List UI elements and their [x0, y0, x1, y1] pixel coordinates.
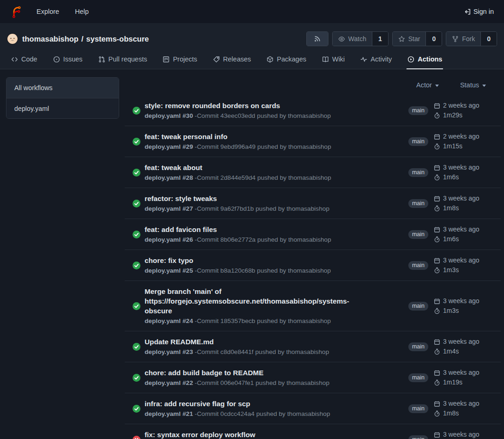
- branch-badge[interactable]: main: [408, 261, 428, 270]
- run-title-link[interactable]: chore: fix typo: [145, 256, 369, 265]
- tag-icon: [213, 56, 220, 63]
- run-title-link[interactable]: style: remove rounded borders on cards: [145, 101, 369, 110]
- rss-button[interactable]: [306, 31, 328, 46]
- stopwatch-icon: [434, 236, 440, 243]
- run-date: 2 weeks ago: [434, 132, 479, 141]
- actor-link[interactable]: thomasabishop: [286, 205, 329, 212]
- actor-link[interactable]: thomasabishop: [288, 236, 331, 243]
- commit-hash-link[interactable]: 2d844e59d4: [220, 174, 255, 181]
- run-subtitle: deploy.yaml #25 -Commit b8a120c68b pushe…: [145, 266, 401, 275]
- forgejo-logo-icon[interactable]: [10, 6, 23, 18]
- run-subtitle: deploy.yaml #26 -Commit 8b06e2772a pushe…: [145, 235, 401, 244]
- run-duration: 1m19s: [434, 378, 479, 387]
- star-button[interactable]: Star 0: [392, 31, 442, 46]
- actor-link[interactable]: thomasabishop: [287, 410, 330, 417]
- run-duration: 1m15s: [434, 142, 479, 151]
- tab-activity[interactable]: Activity: [359, 51, 393, 69]
- sidebar-item-all-workflows[interactable]: All workflows: [6, 78, 119, 98]
- sign-in-icon: [464, 8, 471, 15]
- workflow-run-row: style: remove rounded borders on cards d…: [125, 95, 501, 126]
- tab-code[interactable]: Code: [10, 51, 38, 69]
- play-circle-icon: [407, 56, 414, 63]
- commit-hash-link[interactable]: 0cdcc424a4: [220, 410, 255, 417]
- commit-hash-link[interactable]: c8d0e8441f: [220, 348, 254, 355]
- branch-badge[interactable]: main: [408, 230, 428, 239]
- success-check-icon: [133, 138, 140, 146]
- run-title-link[interactable]: infra: add recursive flag for scp: [145, 399, 369, 409]
- tab-pull-requests[interactable]: Pull requests: [97, 51, 148, 69]
- sign-in-button[interactable]: Sign in: [464, 8, 494, 15]
- branch-badge[interactable]: main: [408, 199, 428, 208]
- actor-link[interactable]: thomasabishop: [286, 348, 329, 355]
- tab-actions[interactable]: Actions: [407, 51, 443, 69]
- run-title-link[interactable]: feat: add favicon files: [145, 225, 369, 234]
- commit-hash-link[interactable]: b8a120c68b: [220, 267, 255, 274]
- actor-filter-dropdown[interactable]: Actor: [416, 81, 439, 89]
- commit-hash-link[interactable]: 43eec03edd: [220, 112, 255, 119]
- tab-wiki[interactable]: Wiki: [321, 51, 346, 69]
- star-count[interactable]: 0: [425, 32, 442, 46]
- avatar[interactable]: [7, 33, 18, 44]
- run-duration: 1m6s: [434, 173, 479, 182]
- actor-link[interactable]: thomasabishop: [288, 143, 331, 150]
- branch-badge[interactable]: main: [408, 404, 428, 413]
- fork-icon: [452, 36, 459, 43]
- repo-action-buttons: Watch 1 Star 0: [306, 31, 497, 46]
- tab-releases[interactable]: Releases: [212, 51, 252, 69]
- branch-badge[interactable]: main: [408, 137, 428, 146]
- calendar-icon: [434, 134, 440, 140]
- nav-explore-link[interactable]: Explore: [36, 8, 59, 15]
- actor-link[interactable]: thomasabishop: [288, 112, 331, 119]
- run-title-link[interactable]: refactor: style tweaks: [145, 194, 369, 203]
- branch-badge[interactable]: main: [408, 373, 428, 382]
- workflow-run-row: feat: tweak about deploy.yaml #28 -Commi…: [125, 157, 501, 188]
- run-date: 2 weeks ago: [434, 101, 479, 110]
- actor-link[interactable]: thomasabishop: [288, 267, 331, 274]
- actor-link[interactable]: thomasabishop: [288, 174, 331, 181]
- branch-badge[interactable]: main: [408, 435, 428, 439]
- calendar-icon: [434, 257, 440, 264]
- tab-issues[interactable]: Issues: [52, 51, 84, 69]
- branch-badge[interactable]: main: [408, 342, 428, 351]
- repo-separator: /: [81, 35, 84, 43]
- status-filter-dropdown[interactable]: Status: [460, 81, 486, 89]
- fork-count[interactable]: 0: [480, 32, 497, 46]
- run-title-link[interactable]: fix: syntax error deploy workflow: [145, 430, 369, 439]
- commit-hash-link[interactable]: 185357becb: [220, 317, 255, 324]
- tab-packages[interactable]: Packages: [266, 51, 307, 69]
- commit-hash-link[interactable]: 8b06e2772a: [220, 236, 255, 243]
- workflows-sidebar: All workflows deploy.yaml: [6, 77, 119, 119]
- tab-projects[interactable]: Projects: [162, 51, 198, 69]
- run-subtitle: deploy.yaml #21 -Commit 0cdcc424a4 pushe…: [145, 409, 401, 418]
- branch-badge[interactable]: main: [408, 168, 428, 177]
- commit-hash-link[interactable]: 9a62f7bd1b: [220, 205, 254, 212]
- actor-link[interactable]: thomasabishop: [288, 317, 331, 324]
- repo-owner-link[interactable]: thomasabishop: [22, 35, 79, 43]
- pull-request-icon: [98, 56, 105, 63]
- calendar-icon: [434, 370, 440, 376]
- run-duration: 1m8s: [434, 204, 479, 213]
- actor-link[interactable]: thomasabishop: [286, 379, 329, 386]
- repo-name-link[interactable]: systems-obscure: [86, 35, 149, 43]
- repo-breadcrumb: thomasabishop/systems-obscure: [22, 35, 149, 43]
- branch-badge[interactable]: main: [408, 302, 428, 311]
- success-check-icon: [133, 405, 140, 413]
- run-title-link[interactable]: Update README.md: [145, 337, 369, 347]
- commit-hash-link[interactable]: 9ebd996a49: [220, 143, 255, 150]
- branch-badge[interactable]: main: [408, 106, 428, 115]
- run-date: 3 weeks ago: [434, 430, 479, 439]
- sidebar-item-deploy-yaml[interactable]: deploy.yaml: [6, 98, 119, 118]
- watch-button[interactable]: Watch 1: [332, 31, 389, 46]
- run-title-link[interactable]: feat: tweak about: [145, 163, 369, 172]
- run-title-link[interactable]: Merge branch 'main' of https://forgejo.s…: [145, 287, 369, 316]
- commit-hash-link[interactable]: 006e047fe1: [220, 379, 254, 386]
- run-date: 3 weeks ago: [434, 399, 479, 408]
- book-icon: [322, 56, 329, 63]
- fork-button[interactable]: Fork 0: [446, 31, 497, 46]
- run-title-link[interactable]: chore: add build badge to README: [145, 368, 369, 378]
- calendar-icon: [434, 339, 440, 345]
- nav-help-link[interactable]: Help: [75, 8, 89, 15]
- watch-count[interactable]: 1: [372, 32, 388, 46]
- run-title-link[interactable]: feat: tweak personal info: [145, 132, 369, 141]
- workflow-run-row: Update README.md deploy.yaml #23 -Commit…: [125, 331, 501, 362]
